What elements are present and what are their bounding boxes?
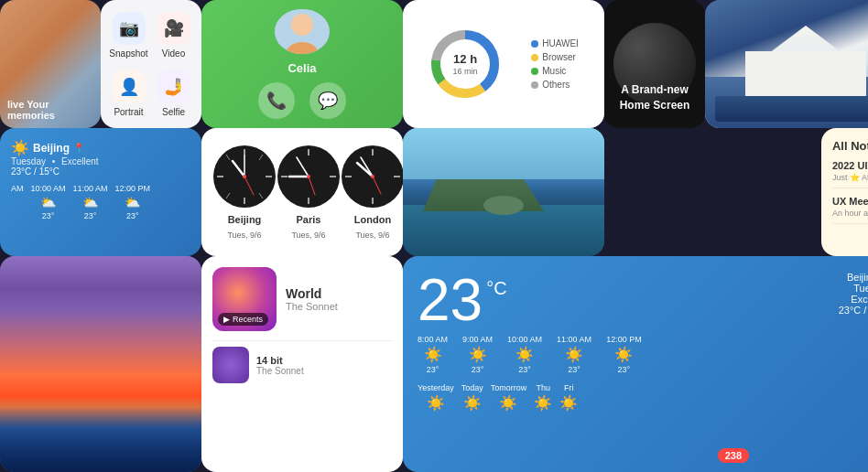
celia-actions: 📞 💬: [258, 82, 346, 119]
notes-widget: All Notes 2022 UI De... Just ⭐ After... …: [821, 128, 868, 256]
music-next-track: 14 bit The Sonnet: [212, 340, 392, 383]
usage-donut-chart: 12 h 16 min: [429, 27, 502, 101]
gallery-text2: memories: [7, 110, 93, 121]
clocks-widget: Beijing Tues, 9/6 Paris Tues, 9/6: [201, 128, 403, 256]
landscape-widget: [403, 128, 604, 256]
beijing-label: Beijing: [228, 214, 262, 225]
music-next-subtitle: The Sonnet: [256, 366, 304, 376]
note-1-title: 2022 UI De...: [832, 160, 868, 171]
svg-point-38: [371, 175, 374, 178]
usage-widget: 12 h 16 min HUAWEI Browser Music Others: [403, 0, 604, 128]
camera-widget: 📷 Snapshot 🎥 Video 👤 Portrait 🤳 Selfie: [101, 0, 201, 128]
note-item-2[interactable]: UX Meeting... An hour ago: [832, 196, 868, 224]
svg-point-29: [307, 175, 310, 178]
london-label: London: [354, 214, 391, 225]
hourly-12pm: 12:00 PM ⛅ 23°: [115, 184, 151, 220]
weather-large-info: Beijing 📍 Tuesday Excellent 23°C / 15°C: [839, 271, 868, 316]
hourly-large-11am: 11:00 AM ☀️ 23°: [557, 335, 591, 374]
weather-large-top: 23 °C Beijing 📍 Tuesday Excellent 23°C /…: [418, 271, 868, 329]
winter-image: [705, 0, 868, 128]
camera-video[interactable]: 🎥 Video: [153, 7, 194, 62]
weather-large-widget: 23 °C Beijing 📍 Tuesday Excellent 23°C /…: [403, 256, 868, 472]
celia-name: Celia: [288, 61, 316, 75]
notes-header: All Notes: [832, 139, 868, 153]
music-info: World The Sonnet: [286, 286, 338, 312]
homescreen-widget: A Brand-new Home Screen: [604, 0, 705, 128]
weather-large-day: Tuesday: [839, 283, 868, 294]
homescreen-text: A Brand-new Home Screen: [620, 82, 690, 113]
usage-hours: 12 h: [453, 52, 478, 67]
video-icon: 🎥: [157, 12, 190, 45]
landscape-image: [403, 128, 604, 256]
usage-mins: 16 min: [453, 67, 478, 76]
daily-tomorrow: Tomorrow ☀️: [491, 383, 527, 412]
music-next-title: 14 bit: [256, 355, 304, 366]
note-1-meta: Just ⭐ After...: [832, 173, 868, 182]
clock-beijing: Beijing Tues, 9/6: [212, 145, 277, 240]
london-date: Tues, 9/6: [355, 231, 389, 240]
music-next-art: [212, 347, 249, 383]
note-2-meta: An hour ago: [832, 209, 868, 218]
recents-label: Recents: [233, 315, 263, 324]
svg-point-20: [243, 175, 246, 178]
weather-large-location: Beijing: [847, 272, 868, 283]
weather-large-temp-range: 23°C / 15°C: [839, 305, 868, 316]
pin-icon: 📍: [73, 143, 84, 153]
hourly-10am: 10:00 AM ⛅ 23°: [31, 184, 66, 220]
svg-point-1: [291, 14, 313, 36]
weather-small-day: Tuesday: [11, 156, 46, 166]
beijing-date: Tues, 9/6: [227, 231, 261, 240]
snapshot-label: Snapshot: [109, 48, 147, 59]
weather-hourly: AM 10:00 AM ⛅ 23° 11:00 AM ⛅ 23° 12:00 P…: [11, 184, 190, 220]
winter-widget: [705, 0, 868, 128]
celia-message-button[interactable]: 💬: [309, 82, 346, 119]
notification-badge-238: 238: [718, 448, 749, 463]
music-current-track: ▶ Recents World The Sonnet: [212, 267, 392, 331]
daily-fri: Fri ☀️: [559, 383, 578, 412]
weather-small-temp-range: 23°C / 15°C: [11, 166, 99, 177]
music-next-info: 14 bit The Sonnet: [256, 355, 304, 376]
daily-thu: Thu ☀️: [534, 383, 552, 412]
gallery-text1: live Your: [7, 99, 93, 110]
clock-london: London Tues, 9/6: [341, 145, 405, 240]
hourly-am: AM: [11, 184, 24, 220]
hourly-large-8am: 8:00 AM ☀️ 23°: [418, 335, 448, 374]
celia-call-button[interactable]: 📞: [258, 82, 295, 119]
usage-legend: HUAWEI Browser Music Others: [531, 38, 579, 90]
homescreen-line1: A Brand-new: [620, 82, 690, 98]
weather-small-location: Beijing: [33, 142, 70, 155]
clock-paris: Paris Tues, 9/6: [277, 145, 341, 240]
celia-widget: Celia 📞 💬: [201, 0, 403, 128]
camera-portrait[interactable]: 👤 Portrait: [108, 66, 149, 121]
daily-today: Today ☀️: [461, 383, 483, 412]
recents-badge: ▶ Recents: [218, 313, 268, 326]
snapshot-icon: 📷: [113, 12, 146, 45]
weather-large-hourly: 8:00 AM ☀️ 23° 9:00 AM ☀️ 23° 10:00 AM ☀…: [418, 335, 868, 374]
portrait-icon: 👤: [113, 70, 146, 103]
weather-large-temp: 23: [418, 271, 483, 329]
daily-yesterday: Yesterday ☀️: [418, 383, 454, 412]
weather-large-condition: Excellent: [839, 294, 868, 305]
weather-daily: Yesterday ☀️ Today ☀️ Tomorrow ☀️ Thu ☀️…: [418, 383, 868, 412]
selfie-label: Selfie: [162, 107, 185, 117]
celia-avatar: [275, 9, 330, 54]
music-album-art: ▶ Recents: [212, 267, 277, 331]
note-item-1[interactable]: 2022 UI De... Just ⭐ After...: [832, 160, 868, 188]
paris-date: Tues, 9/6: [291, 231, 325, 240]
paris-label: Paris: [297, 214, 321, 225]
purple-landscape-image: [0, 256, 201, 472]
note-2-title: UX Meeting...: [832, 196, 868, 207]
selfie-icon: 🤳: [157, 70, 190, 103]
hourly-large-9am: 9:00 AM ☀️ 23°: [462, 335, 493, 374]
camera-selfie[interactable]: 🤳 Selfie: [153, 66, 194, 121]
weather-unit: °C: [486, 271, 506, 299]
camera-snapshot[interactable]: 📷 Snapshot: [108, 7, 149, 62]
music-subtitle: The Sonnet: [286, 301, 338, 312]
music-widget: ▶ Recents World The Sonnet 14 bit The So…: [201, 256, 403, 472]
hourly-large-10am: 10:00 AM ☀️ 23°: [507, 335, 542, 374]
gallery-widget: live Your memories: [0, 0, 101, 128]
weather-small-condition: Excellent: [61, 156, 99, 166]
music-title: World: [286, 286, 338, 301]
purple-landscape-widget: [0, 256, 201, 472]
usage-time: 12 h 16 min: [453, 52, 478, 76]
